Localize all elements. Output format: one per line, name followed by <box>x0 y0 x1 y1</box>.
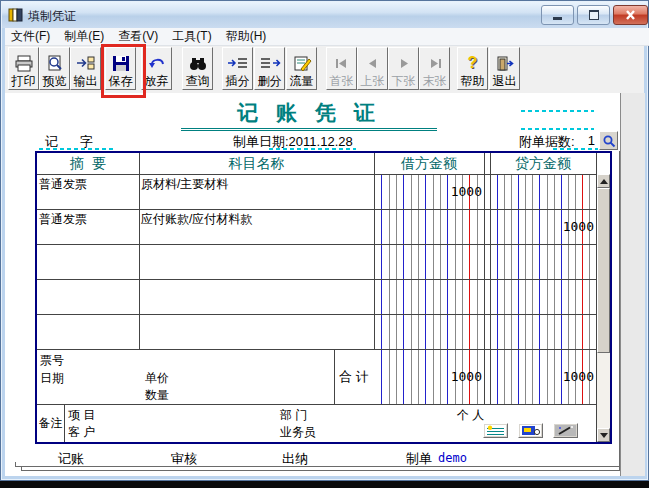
window-title: 填制凭证 <box>28 8 76 25</box>
exit-icon <box>494 52 516 74</box>
upper-field-2[interactable] <box>521 128 594 130</box>
credit-total: 1000 <box>490 349 596 404</box>
preview-icon <box>44 52 66 74</box>
debit-total: 1000 <box>374 349 484 404</box>
maximize-button[interactable] <box>577 5 610 25</box>
project-label[interactable]: 项 目 <box>68 407 95 424</box>
wand-icon <box>555 425 576 436</box>
exit-button[interactable]: 退出 <box>489 47 520 90</box>
attachments-value[interactable]: 1 <box>557 133 595 148</box>
minimize-button[interactable] <box>541 5 574 25</box>
cell-account[interactable]: 原材料/主要材料 <box>139 174 373 193</box>
quantity-label: 数量 <box>145 387 169 404</box>
signature-tool-button[interactable] <box>483 423 508 438</box>
discard-button[interactable]: 放弃 <box>141 47 172 90</box>
scrollbar-down-button[interactable] <box>597 428 610 442</box>
stacked-sheet-edge <box>21 470 619 471</box>
scrollbar-thumb[interactable] <box>597 188 610 353</box>
help-button[interactable]: ? 帮助 <box>457 47 488 90</box>
attachments-field[interactable] <box>553 148 598 150</box>
cell-summary[interactable] <box>37 314 139 316</box>
cell-account[interactable] <box>139 244 373 246</box>
menu-bar: 文件(F) 制单(E) 查看(V) 工具(T) 帮助(H) <box>5 28 649 46</box>
stacked-sheet-edge <box>21 466 22 471</box>
ticket-label: 票号 <box>40 352 64 369</box>
person-label[interactable]: 个 人 <box>457 407 484 424</box>
magnifier-icon <box>602 134 616 148</box>
detail-view-button[interactable] <box>518 423 543 438</box>
salesman-label[interactable]: 业务员 <box>280 424 316 441</box>
credit-ruled-columns <box>490 174 596 349</box>
prev-page-icon <box>362 52 384 74</box>
stacked-sheet-edge <box>619 151 620 471</box>
close-button[interactable] <box>613 5 648 25</box>
delete-row-button[interactable]: 删分 <box>254 47 285 90</box>
up-arrow-icon <box>600 179 608 184</box>
toolbar: 打印 预览 输出 保存 放弃 查询 插分 删分 <box>5 46 644 94</box>
voucher-date-field[interactable] <box>269 148 356 150</box>
cell-summary[interactable]: 普通发票 <box>37 174 139 193</box>
department-label[interactable]: 部 门 <box>280 407 307 424</box>
upper-field-1[interactable] <box>521 110 594 112</box>
cashflow-icon <box>291 52 313 74</box>
customer-label[interactable]: 客 户 <box>68 424 95 441</box>
save-icon <box>110 52 132 74</box>
last-page-icon <box>424 52 446 74</box>
menu-file[interactable]: 文件(F) <box>11 28 50 45</box>
grid-line <box>64 404 65 442</box>
prev-page-button[interactable]: 上张 <box>357 47 388 90</box>
output-button[interactable]: 输出 <box>70 47 101 90</box>
cell-summary[interactable] <box>37 244 139 246</box>
first-page-icon <box>331 52 353 74</box>
date-row-label: 日期 <box>40 370 64 387</box>
insert-row-icon <box>227 52 249 74</box>
help-icon: ? <box>468 52 478 74</box>
stacked-sheet-edge <box>15 462 16 467</box>
header-summary: 摘 要 <box>37 153 139 174</box>
save-button[interactable]: 保存 <box>105 47 136 90</box>
header-debit: 借方金额 <box>374 153 484 174</box>
cell-account[interactable] <box>139 314 373 316</box>
undo-icon <box>146 52 168 74</box>
close-icon <box>625 10 636 20</box>
voucher-sheet: 记 账 凭 证 记 字 制单日期:2011.12.28 附单据数: 1 <box>5 93 644 476</box>
cell-summary[interactable]: 普通发票 <box>37 209 139 228</box>
down-arrow-icon <box>600 433 608 438</box>
query-button[interactable]: 查询 <box>182 47 213 90</box>
voucher-title: 记 账 凭 证 <box>181 99 437 131</box>
voucher-table: 摘 要 科目名称 借方金额 贷方金额 普通发票 原材料/主要材料 1000 普通… <box>35 151 612 444</box>
remark-label: 备注 <box>37 404 64 442</box>
cell-summary[interactable] <box>37 279 139 281</box>
menu-help[interactable]: 帮助(H) <box>226 28 267 45</box>
insert-row-button[interactable]: 插分 <box>222 47 253 90</box>
detail-icon <box>520 425 541 436</box>
first-page-button[interactable]: 首张 <box>326 47 357 90</box>
print-icon <box>13 52 35 74</box>
delete-row-icon <box>259 52 281 74</box>
menu-tools[interactable]: 工具(T) <box>172 28 211 45</box>
cell-debit[interactable]: 1000 <box>374 174 484 209</box>
next-page-button[interactable]: 下张 <box>388 47 419 90</box>
menu-make[interactable]: 制单(E) <box>64 28 104 45</box>
print-button[interactable]: 打印 <box>8 47 39 90</box>
maximize-icon <box>589 10 599 20</box>
preview-button[interactable]: 预览 <box>39 47 70 90</box>
minimize-icon <box>553 17 562 20</box>
preparer-value: demo <box>438 451 467 465</box>
binoculars-icon <box>187 52 209 74</box>
signature-icon <box>485 425 506 436</box>
next-page-icon <box>393 52 415 74</box>
cell-account[interactable] <box>139 279 373 281</box>
scrollbar-track[interactable] <box>597 353 610 428</box>
stacked-sheet-edge <box>15 466 619 467</box>
cell-account[interactable]: 应付账款/应付材料款 <box>139 209 373 228</box>
menu-view[interactable]: 查看(V) <box>118 28 158 45</box>
scrollbar-up-button[interactable] <box>597 174 610 188</box>
last-page-button[interactable]: 末张 <box>419 47 450 90</box>
cell-credit[interactable]: 1000 <box>490 209 596 244</box>
export-icon <box>75 52 97 74</box>
attachments-lookup-button[interactable] <box>599 131 618 150</box>
wand-tool-button[interactable] <box>553 423 578 438</box>
voucher-word-field[interactable] <box>39 148 116 150</box>
cashflow-button[interactable]: 流量 <box>286 47 317 90</box>
